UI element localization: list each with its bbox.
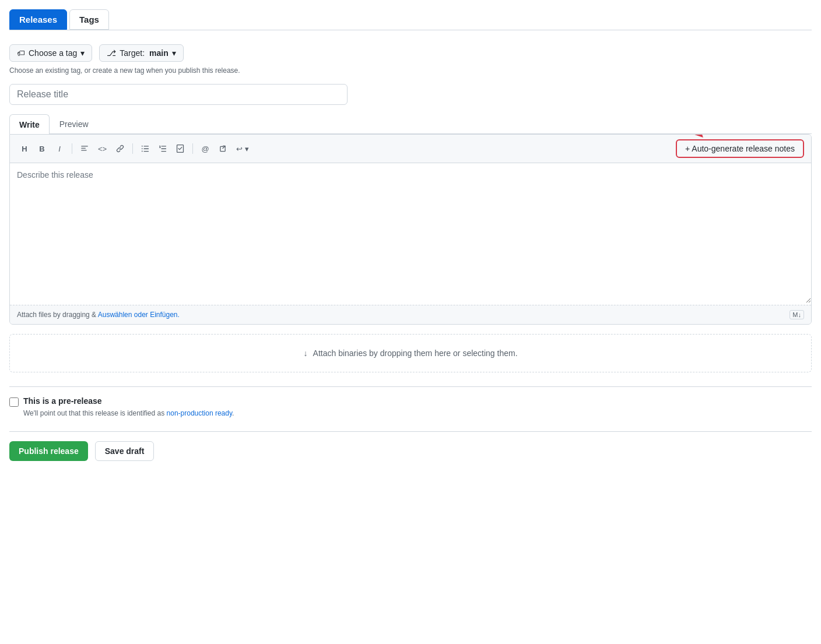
task-list-btn[interactable] [173,141,188,156]
controls-row: 🏷 Choose a tag ▾ ⎇ Target: main ▾ [9,44,812,62]
tag-hint: Choose an existing tag, or create a new … [9,66,812,75]
pre-release-section: This is a pre-release We'll point out th… [9,386,812,417]
attach-binaries[interactable]: ↓ Attach binaries by dropping them here … [9,334,812,372]
toolbar-divider-2 [132,143,133,154]
unordered-list-btn[interactable] [138,141,153,156]
undo-btn[interactable]: ↩ ▾ [233,141,252,156]
attach-text: Attach files by dragging & Auswählen ode… [17,311,180,319]
action-row: Publish release Save draft [9,431,812,461]
toolbar-left: H B I <> @ [17,141,252,156]
branch-icon: ⎇ [107,48,116,58]
publish-release-button[interactable]: Publish release [9,441,88,461]
choose-tag-label: Choose a tag [29,48,77,58]
toolbar-divider-1 [72,143,72,154]
italic-btn[interactable]: I [52,141,67,156]
tab-write[interactable]: Write [9,114,50,134]
pre-release-hint: We'll point out that this release is ide… [23,409,812,417]
tab-releases[interactable]: Releases [9,9,67,30]
pre-release-label[interactable]: This is a pre-release [23,396,102,406]
tag-icon: 🏷 [17,48,25,58]
tab-tags[interactable]: Tags [69,9,109,30]
bold-btn[interactable]: B [34,141,50,156]
save-draft-button[interactable]: Save draft [95,441,155,461]
mention-btn[interactable]: @ [198,141,213,156]
code-btn[interactable]: <> [94,141,110,156]
attach-link[interactable]: Auswählen oder Einfügen. [98,311,180,319]
target-value: main [149,48,169,58]
link-btn[interactable] [113,141,128,156]
pre-release-checkbox-row: This is a pre-release [9,396,812,407]
editor-textarea[interactable] [10,163,811,303]
chevron-down-icon: ▾ [80,48,85,58]
target-chevron-icon: ▾ [172,48,176,58]
tab-preview[interactable]: Preview [50,114,99,133]
editor-tabs: Write Preview [9,114,812,134]
editor-toolbar: H B I <> @ [10,135,811,163]
target-dropdown[interactable]: ⎇ Target: main ▾ [99,44,184,62]
auto-generate-button[interactable]: + Auto-generate release notes [676,139,804,158]
choose-tag-dropdown[interactable]: 🏷 Choose a tag ▾ [9,44,92,62]
toolbar-divider-3 [192,143,193,154]
release-title-input[interactable] [9,84,348,105]
markdown-icon: M↓ [790,310,804,319]
cross-ref-btn[interactable] [215,141,230,156]
editor-container: H B I <> @ [9,134,812,325]
attach-bar: Attach files by dragging & Auswählen ode… [10,305,811,324]
tabs-row: Releases Tags [9,9,812,30]
ordered-list-btn[interactable] [155,141,170,156]
attach-binaries-text: Attach binaries by dropping them here or… [313,349,518,358]
heading-btn[interactable]: H [17,141,32,156]
quote-btn[interactable] [77,141,92,156]
pre-release-checkbox[interactable] [9,397,19,407]
target-label: Target: [120,48,145,58]
attach-down-arrow-icon: ↓ [303,349,307,358]
